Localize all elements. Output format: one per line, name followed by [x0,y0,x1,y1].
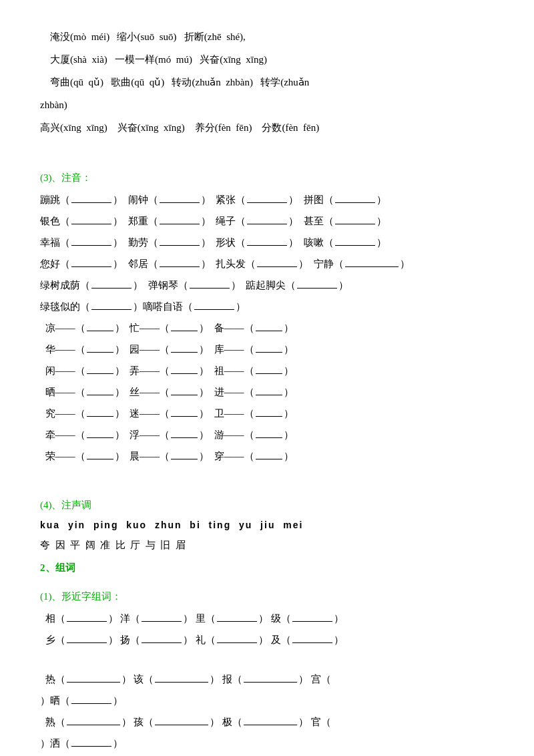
section3-row5: 绿树成荫（） 弹钢琴（） 踮起脚尖（） [40,275,494,295]
section4-chars: 夸 因 平 阔 准 比 厅 与 旧 眉 [40,535,494,555]
top-text-block: 淹没(mò méi) 缩小(suō suō) 折断(zhē shé), 大厦(s… [40,27,494,138]
section3-word-row3: 闲——（） 弄——（） 祖——（） [40,361,494,381]
section3-row4: 您好（） 邻居（） 扎头发（） 宁静（） [40,254,494,274]
line1: 淹没(mò méi) 缩小(suō suō) 折断(zhē shé), [40,27,494,47]
section3-word-row2: 华——（） 园——（） 库——（） [40,339,494,359]
line3: 弯曲(qū qǔ) 歌曲(qū qǔ) 转动(zhuǎn zhbàn) 转学(z… [40,72,494,92]
section3-row2: 银色（） 郑重（） 绳子（） 甚至（） [40,211,494,231]
section4-pinyin: kua yin ping kuo zhun bi ting yu jiu mei [40,517,494,534]
section3-row3: 幸福（） 勤劳（） 形状（） 咳嗽（） [40,232,494,252]
line5: 高兴(xīng xīng) 兴奋(xīng xīng) 养分(fèn fēn) … [40,118,494,138]
section3-row6: 绿毯似的（）嘀嗒自语（） [40,297,494,317]
section3-word-row1: 凉——（） 忙——（） 备——（） [40,318,494,338]
line4: zhbàn) [40,95,494,115]
section3: (3)、注音： 蹦跳（） 闹钟（） 紧张（） 拼图（） 银色（） 郑重（） 绳子… [40,169,494,466]
section3-word-row4: 晒——（） 丝——（） 进——（） [40,382,494,402]
section2-header: 2、组词 [40,559,494,577]
s21-row4b: ）洒（） [40,733,494,753]
section4-header: (4)、注声调 [40,496,494,514]
section3-header: (3)、注音： [40,169,494,187]
section3-word-row6: 牵——（） 浮——（） 游——（） [40,425,494,445]
line2: 大厦(shà xià) 一模一样(mó mú) 兴奋(xīng xīng) [40,49,494,69]
s21-row1: 相（） 洋（） 里（） 级（） [40,608,494,628]
section3-row1: 蹦跳（） 闹钟（） 紧张（） 拼图（） [40,190,494,210]
s21-row3b: ）晒（） [40,691,494,711]
s21-row4: 熟（） 孩（） 极（） 官（ [40,712,494,732]
section3-word-row7: 荣——（） 晨——（） 穿——（） [40,446,494,466]
s21-row2: 乡（） 扬（） 礼（） 及（） [40,630,494,650]
page-content: 淹没(mò méi) 缩小(suō suō) 折断(zhē shé), 大厦(s… [40,27,494,756]
section3-word-row5: 究——（） 迷——（） 卫——（） [40,403,494,423]
section2-1: (1)、形近字组词： 相（） 洋（） 里（） 级（） 乡（） 扬（） 礼（） 及… [40,588,494,756]
s21-row3: 热（） 该（） 报（） 宫（ [40,669,494,689]
section2-1-header: (1)、形近字组词： [40,588,494,606]
section4: (4)、注声调 kua yin ping kuo zhun bi ting yu… [40,496,494,555]
